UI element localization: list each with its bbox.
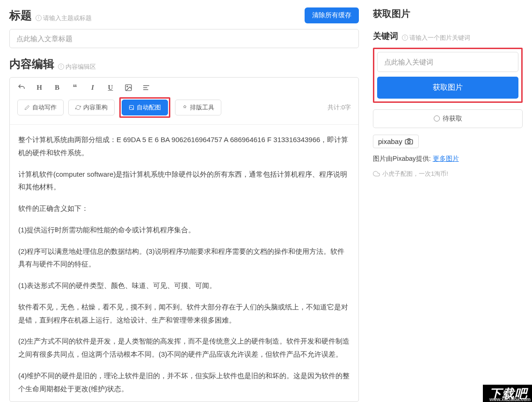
align-icon[interactable] [142,83,150,92]
info-icon: ! [402,35,408,41]
quote-icon[interactable]: ❝ [71,83,79,92]
auto-image-highlight: 自动配图 [119,97,170,118]
content-paragraph: (1)表达形式不同的硬件类型、颜色、味道、可见、可摸、可闻。 [18,279,350,292]
fetch-image-button[interactable]: 获取图片 [377,77,518,99]
content-paragraph: (4)维护不同的硬件是旧的，理论上软件是旧的，并不坏，但实际上软件也是旧的和坏的… [18,369,350,395]
pending-button[interactable]: 待获取 [373,109,523,128]
article-title-input[interactable] [9,29,359,48]
undo-icon[interactable] [17,83,26,92]
circle-icon [434,115,440,122]
more-images-link[interactable]: 更多图片 [433,155,459,162]
camera-icon [404,138,414,144]
auto-image-button[interactable]: 自动配图 [122,100,168,115]
content-paragraph: 计算机软件(computer software)是指计算机系统中除硬件以外的所有… [18,168,350,194]
auto-write-button[interactable]: 自动写作 [17,100,64,115]
svg-point-1 [126,86,127,86]
underline-icon[interactable]: U [106,83,115,92]
heading-icon[interactable]: H [35,83,44,92]
main-column: 标题 ! 请输入主题或标题 清除所有缓存 内容编辑 ! 内容编辑区 H B ❝ … [0,0,368,402]
title-label: 标题 [9,8,32,23]
clear-cache-button[interactable]: 清除所有缓存 [305,7,359,23]
image-section-title: 获取图片 [373,7,523,20]
word-count: 共计:0字 [328,103,351,112]
content-paragraph: (2)程序可以满意地处理信息的数据结构。(3)说明程序功能要求和程序需要的文档的… [18,245,350,271]
title-hint: ! 请输入主题或标题 [36,14,92,22]
editor-container: H B ❝ I U 自动写作 内容重构 [9,77,359,402]
editor-hint: ! 内容编辑区 [58,63,96,71]
content-paragraph: 整个计算机系统由两部分组成：E 69DA 5 E 6 BA 9062616964… [18,133,350,159]
title-header: 标题 ! 请输入主题或标题 清除所有缓存 [9,7,359,23]
cloud-icon [373,170,380,177]
bold-icon[interactable]: B [53,83,61,92]
footer-note: 小虎子配图，一次1淘币! [373,170,523,178]
keyword-highlight-box: 获取图片 [373,48,523,103]
content-paragraph: (2)生产方式不同的软件是开发，是人类智能的高发挥，而不是传统意义上的硬件制造。… [18,335,350,361]
layout-tool-button[interactable]: 排版工具 [175,100,221,115]
action-toolbar: 自动写作 内容重构 自动配图 排版工具 共计:0字 [10,95,358,125]
restructure-button[interactable]: 内容重构 [68,100,115,115]
content-paragraph: 软件的正确含义如下： [18,202,350,215]
format-toolbar: H B ❝ I U [10,78,358,95]
image-icon[interactable] [124,83,132,92]
italic-icon[interactable]: I [88,83,97,92]
content-paragraph: (1)提供运行时所需功能和性能的命令或计算机程序集合。 [18,223,350,237]
keyword-hint: ! 请输入一个图片关键词 [402,34,470,42]
svg-point-7 [408,141,410,143]
editor-label: 内容编辑 [9,57,54,72]
side-column: 获取图片 关键词 ! 请输入一个图片关键词 获取图片 待获取 pixabay 图… [368,0,532,402]
editor-body[interactable]: 整个计算机系统由两部分组成：E 69DA 5 E 6 BA 9062616964… [10,125,358,402]
keyword-label: 关键词 [373,30,398,42]
provider-line: 图片由Pixabay提供: 更多图片 [373,155,523,163]
content-paragraph: 软件看不见，无色，枯燥，看不见，摸不到，闻不到。软件大部分存在于人们的头脑或纸上… [18,301,350,327]
info-icon: ! [36,15,42,21]
watermark: 下载吧 www.xiazaiba.com [483,385,532,402]
keyword-input[interactable] [377,52,518,72]
info-icon: ! [58,64,64,70]
pixabay-badge: pixabay [373,135,419,148]
